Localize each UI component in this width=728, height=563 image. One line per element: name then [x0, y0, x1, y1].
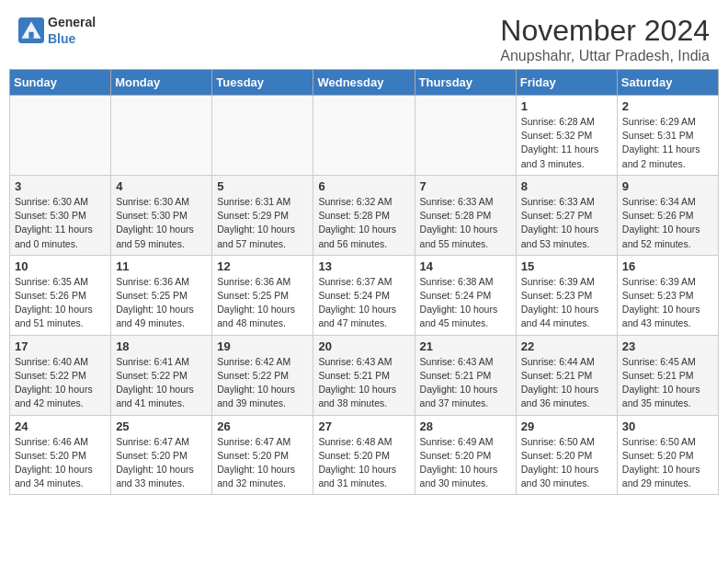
day-info: Sunrise: 6:46 AM Sunset: 5:20 PM Dayligh… [15, 435, 106, 491]
calendar-row-4: 24Sunrise: 6:46 AM Sunset: 5:20 PM Dayli… [10, 415, 719, 495]
calendar-header-friday: Friday [516, 70, 617, 96]
day-number: 15 [521, 259, 612, 273]
day-number: 9 [622, 179, 713, 193]
calendar-cell: 13Sunrise: 6:37 AM Sunset: 5:24 PM Dayli… [313, 255, 415, 335]
day-info: Sunrise: 6:35 AM Sunset: 5:26 PM Dayligh… [15, 275, 106, 331]
calendar-cell: 11Sunrise: 6:36 AM Sunset: 5:25 PM Dayli… [111, 255, 212, 335]
calendar-cell [212, 96, 313, 176]
calendar-cell [415, 96, 516, 176]
day-info: Sunrise: 6:47 AM Sunset: 5:20 PM Dayligh… [116, 435, 207, 491]
calendar-cell: 9Sunrise: 6:34 AM Sunset: 5:26 PM Daylig… [617, 175, 718, 255]
day-number: 14 [420, 259, 511, 273]
calendar-cell: 29Sunrise: 6:50 AM Sunset: 5:20 PM Dayli… [516, 415, 617, 495]
day-info: Sunrise: 6:30 AM Sunset: 5:30 PM Dayligh… [15, 195, 106, 251]
day-info: Sunrise: 6:41 AM Sunset: 5:22 PM Dayligh… [116, 355, 207, 411]
day-info: Sunrise: 6:39 AM Sunset: 5:23 PM Dayligh… [622, 275, 713, 331]
day-number: 25 [116, 419, 207, 433]
calendar-cell: 30Sunrise: 6:50 AM Sunset: 5:20 PM Dayli… [617, 415, 718, 495]
calendar-cell: 28Sunrise: 6:49 AM Sunset: 5:20 PM Dayli… [415, 415, 516, 495]
day-number: 30 [622, 419, 713, 433]
day-info: Sunrise: 6:30 AM Sunset: 5:30 PM Dayligh… [116, 195, 207, 251]
calendar-cell: 3Sunrise: 6:30 AM Sunset: 5:30 PM Daylig… [10, 175, 111, 255]
calendar-header-tuesday: Tuesday [212, 70, 313, 96]
day-number: 27 [318, 419, 409, 433]
calendar-cell: 1Sunrise: 6:28 AM Sunset: 5:32 PM Daylig… [516, 96, 617, 176]
day-info: Sunrise: 6:36 AM Sunset: 5:25 PM Dayligh… [217, 275, 308, 331]
calendar-cell: 2Sunrise: 6:29 AM Sunset: 5:31 PM Daylig… [617, 96, 718, 176]
day-number: 26 [217, 419, 308, 433]
logo-general: General [48, 15, 96, 29]
header: General Blue November 2024 Anupshahr, Ut… [0, 0, 728, 69]
day-info: Sunrise: 6:29 AM Sunset: 5:31 PM Dayligh… [622, 115, 713, 171]
day-info: Sunrise: 6:42 AM Sunset: 5:22 PM Dayligh… [217, 355, 308, 411]
day-info: Sunrise: 6:28 AM Sunset: 5:32 PM Dayligh… [521, 115, 612, 171]
calendar-wrapper: SundayMondayTuesdayWednesdayThursdayFrid… [0, 69, 728, 504]
calendar-cell: 17Sunrise: 6:40 AM Sunset: 5:22 PM Dayli… [10, 335, 111, 415]
day-number: 20 [318, 339, 409, 353]
day-number: 10 [15, 259, 106, 273]
calendar-header-sunday: Sunday [10, 70, 111, 96]
calendar-header-monday: Monday [111, 70, 212, 96]
calendar-cell: 14Sunrise: 6:38 AM Sunset: 5:24 PM Dayli… [415, 255, 516, 335]
day-info: Sunrise: 6:45 AM Sunset: 5:21 PM Dayligh… [622, 355, 713, 411]
calendar-cell: 26Sunrise: 6:47 AM Sunset: 5:20 PM Dayli… [212, 415, 313, 495]
calendar-cell: 27Sunrise: 6:48 AM Sunset: 5:20 PM Dayli… [313, 415, 415, 495]
calendar-cell: 21Sunrise: 6:43 AM Sunset: 5:21 PM Dayli… [415, 335, 516, 415]
calendar-row-0: 1Sunrise: 6:28 AM Sunset: 5:32 PM Daylig… [10, 96, 719, 176]
day-info: Sunrise: 6:44 AM Sunset: 5:21 PM Dayligh… [521, 355, 612, 411]
calendar-cell: 19Sunrise: 6:42 AM Sunset: 5:22 PM Dayli… [212, 335, 313, 415]
calendar-cell: 23Sunrise: 6:45 AM Sunset: 5:21 PM Dayli… [617, 335, 718, 415]
day-number: 17 [15, 339, 106, 353]
calendar-cell: 20Sunrise: 6:43 AM Sunset: 5:21 PM Dayli… [313, 335, 415, 415]
day-number: 28 [420, 419, 511, 433]
day-info: Sunrise: 6:36 AM Sunset: 5:25 PM Dayligh… [116, 275, 207, 331]
calendar-header-row: SundayMondayTuesdayWednesdayThursdayFrid… [10, 70, 719, 96]
calendar-cell: 5Sunrise: 6:31 AM Sunset: 5:29 PM Daylig… [212, 175, 313, 255]
calendar-header-wednesday: Wednesday [313, 70, 415, 96]
day-number: 1 [521, 99, 612, 113]
day-number: 5 [217, 179, 308, 193]
logo-blue: Blue [48, 31, 75, 46]
day-number: 6 [318, 179, 409, 193]
day-number: 19 [217, 339, 308, 353]
calendar-table: SundayMondayTuesdayWednesdayThursdayFrid… [9, 69, 719, 495]
day-info: Sunrise: 6:39 AM Sunset: 5:23 PM Dayligh… [521, 275, 612, 331]
day-number: 22 [521, 339, 612, 353]
day-info: Sunrise: 6:40 AM Sunset: 5:22 PM Dayligh… [15, 355, 106, 411]
day-number: 8 [521, 179, 612, 193]
day-info: Sunrise: 6:48 AM Sunset: 5:20 PM Dayligh… [318, 435, 409, 491]
calendar-cell: 4Sunrise: 6:30 AM Sunset: 5:30 PM Daylig… [111, 175, 212, 255]
day-number: 13 [318, 259, 409, 273]
calendar-cell: 7Sunrise: 6:33 AM Sunset: 5:28 PM Daylig… [415, 175, 516, 255]
calendar-cell [313, 96, 415, 176]
day-info: Sunrise: 6:43 AM Sunset: 5:21 PM Dayligh… [318, 355, 409, 411]
day-info: Sunrise: 6:43 AM Sunset: 5:21 PM Dayligh… [420, 355, 511, 411]
day-number: 4 [116, 179, 207, 193]
day-info: Sunrise: 6:33 AM Sunset: 5:27 PM Dayligh… [521, 195, 612, 251]
calendar-cell: 25Sunrise: 6:47 AM Sunset: 5:20 PM Dayli… [111, 415, 212, 495]
day-number: 11 [116, 259, 207, 273]
calendar-cell: 15Sunrise: 6:39 AM Sunset: 5:23 PM Dayli… [516, 255, 617, 335]
day-info: Sunrise: 6:32 AM Sunset: 5:28 PM Dayligh… [318, 195, 409, 251]
calendar-cell: 6Sunrise: 6:32 AM Sunset: 5:28 PM Daylig… [313, 175, 415, 255]
calendar-row-2: 10Sunrise: 6:35 AM Sunset: 5:26 PM Dayli… [10, 255, 719, 335]
calendar-cell: 12Sunrise: 6:36 AM Sunset: 5:25 PM Dayli… [212, 255, 313, 335]
calendar-header-saturday: Saturday [617, 70, 718, 96]
calendar-row-3: 17Sunrise: 6:40 AM Sunset: 5:22 PM Dayli… [10, 335, 719, 415]
logo: General Blue [18, 14, 96, 47]
calendar-cell: 22Sunrise: 6:44 AM Sunset: 5:21 PM Dayli… [516, 335, 617, 415]
calendar-cell: 16Sunrise: 6:39 AM Sunset: 5:23 PM Dayli… [617, 255, 718, 335]
day-info: Sunrise: 6:50 AM Sunset: 5:20 PM Dayligh… [521, 435, 612, 491]
title-area: November 2024 Anupshahr, Uttar Pradesh, … [500, 14, 710, 64]
calendar-cell [111, 96, 212, 176]
month-year: November 2024 [500, 14, 710, 48]
calendar-cell: 10Sunrise: 6:35 AM Sunset: 5:26 PM Dayli… [10, 255, 111, 335]
day-info: Sunrise: 6:47 AM Sunset: 5:20 PM Dayligh… [217, 435, 308, 491]
calendar-cell [10, 96, 111, 176]
logo-icon [18, 17, 44, 43]
calendar-header-thursday: Thursday [415, 70, 516, 96]
day-info: Sunrise: 6:31 AM Sunset: 5:29 PM Dayligh… [217, 195, 308, 251]
day-number: 29 [521, 419, 612, 433]
day-info: Sunrise: 6:50 AM Sunset: 5:20 PM Dayligh… [622, 435, 713, 491]
day-number: 12 [217, 259, 308, 273]
